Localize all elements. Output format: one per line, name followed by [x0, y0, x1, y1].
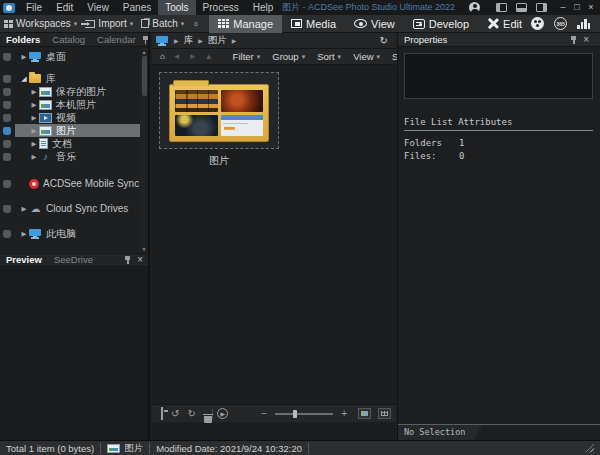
menu-process[interactable]: Process	[196, 0, 246, 15]
tab-calendar[interactable]: Calendar	[91, 33, 142, 47]
menu-help[interactable]: Help	[246, 0, 281, 15]
computer-icon[interactable]	[156, 36, 168, 46]
batch-button[interactable]: Batch ▾	[137, 15, 188, 33]
expand-arrow-icon[interactable]: ▶	[29, 111, 39, 124]
mode-tab-edit[interactable]: Edit	[478, 15, 531, 33]
scrollbar-thumb[interactable]	[142, 56, 147, 96]
toggle-bottom-pane-icon[interactable]	[516, 3, 527, 12]
filmstrip-toggle-icon[interactable]	[358, 408, 371, 419]
breadcrumb-item-pictures[interactable]: 图片	[207, 34, 228, 47]
zoom-slider[interactable]	[275, 413, 333, 415]
tab-catalog[interactable]: Catalog	[46, 33, 91, 47]
toolbar-overflow-icon[interactable]: »	[191, 16, 201, 31]
tree-item-desktop[interactable]: ▶ 桌面	[0, 50, 148, 63]
preview-tab-bar: Preview SeeDrive ×	[0, 253, 148, 267]
pin-icon[interactable]	[570, 36, 577, 44]
view-dropdown[interactable]: View ▾	[348, 51, 385, 62]
close-panel-icon[interactable]: ×	[137, 255, 143, 265]
slideshow-icon[interactable]: ▶	[217, 408, 228, 419]
grid-view-toggle-icon[interactable]	[378, 408, 391, 419]
maximize-button[interactable]: □	[570, 0, 584, 15]
expand-arrow-icon[interactable]: ▶	[29, 124, 39, 137]
tree-item-music[interactable]: ▶ ♪ 音乐	[0, 150, 148, 163]
tree-item-cloud-sync[interactable]: ▶ ☁ Cloud Sync Drives	[0, 202, 148, 215]
menu-panes[interactable]: Panes	[116, 0, 158, 15]
pin-icon[interactable]	[142, 36, 149, 44]
tree-item-label: 此电脑	[46, 227, 76, 240]
expand-arrow-icon[interactable]: ▶	[29, 98, 39, 111]
documents-icon	[39, 138, 48, 149]
expand-arrow-icon[interactable]: ▶	[19, 202, 29, 215]
toggle-left-pane-icon[interactable]	[496, 3, 507, 12]
folder-tile-pictures[interactable]: 图片	[159, 72, 279, 168]
toggle-right-pane-icon[interactable]	[536, 3, 547, 12]
collapse-arrow-icon[interactable]: ◢	[19, 72, 29, 85]
breadcrumb-arrow-icon[interactable]: ▶	[170, 37, 183, 44]
tree-item-videos[interactable]: ▶ 视频	[0, 111, 148, 124]
sort-dropdown[interactable]: Sort ▾	[312, 51, 346, 62]
community-icon[interactable]	[531, 17, 544, 30]
app-window: File Edit View Panes Tools Process Help …	[0, 0, 600, 455]
filter-dropdown[interactable]: Filter ▾	[228, 51, 266, 62]
tree-item-label: 库	[46, 72, 56, 85]
tree-item-this-pc[interactable]: ▶ 此电脑	[0, 227, 148, 240]
mode-tab-develop[interactable]: Develop	[404, 15, 478, 33]
group-dropdown[interactable]: Group ▾	[267, 51, 310, 62]
tab-seedrive[interactable]: SeeDrive	[48, 253, 99, 267]
minimize-button[interactable]: –	[556, 0, 570, 15]
tree-item-documents[interactable]: ▶ 文档	[0, 137, 148, 150]
breadcrumb-arrow-icon[interactable]: ▶	[228, 37, 241, 44]
account-icon[interactable]	[469, 2, 480, 13]
breadcrumb-item-libraries[interactable]: 库	[183, 34, 195, 47]
back-icon[interactable]: ◄	[170, 52, 184, 61]
resize-grip[interactable]	[585, 444, 594, 453]
tree-item-mobile-sync[interactable]: ACDSee Mobile Sync	[0, 177, 148, 190]
image-file-icon	[107, 444, 120, 453]
quick-access-icon	[3, 114, 11, 122]
file-list-view[interactable]: 图片 ↺ ↻ ▶ − +	[152, 66, 396, 422]
mode-tab-view[interactable]: View	[345, 15, 404, 33]
tab-folders[interactable]: Folders	[0, 33, 46, 47]
expand-arrow-icon[interactable]: ▶	[19, 50, 29, 63]
scroll-up-icon[interactable]: ▲	[140, 49, 148, 55]
scroll-down-icon[interactable]: ▼	[140, 246, 148, 252]
menu-tools[interactable]: Tools	[158, 0, 195, 15]
import-button[interactable]: Import ▾	[81, 15, 137, 33]
rotate-right-icon[interactable]: ↻	[183, 408, 199, 419]
menu-edit[interactable]: Edit	[49, 0, 80, 15]
up-icon[interactable]: ▲	[202, 52, 216, 61]
expand-arrow-icon[interactable]: ▶	[29, 85, 39, 98]
home-icon[interactable]: ⌂	[157, 52, 168, 61]
tree-scrollbar[interactable]: ▲ ▼	[140, 48, 148, 253]
mode-tab-manage[interactable]: Manage	[209, 15, 282, 33]
close-panel-icon[interactable]: ×	[583, 35, 589, 45]
file-list-attributes: File List Attributes Folders 1 Files: 0	[404, 117, 593, 163]
image-basket-icon[interactable]	[161, 407, 163, 420]
workspaces-button[interactable]: Workspaces ▾	[0, 15, 81, 33]
mode-tab-media[interactable]: Media	[282, 15, 345, 33]
expand-arrow-icon[interactable]: ▶	[19, 227, 29, 240]
tree-item-camera-roll[interactable]: ▶ 本机照片	[0, 98, 148, 111]
dashboard-chart-icon[interactable]	[577, 18, 590, 29]
tree-item-label: 图片	[56, 124, 76, 137]
rotate-left-icon[interactable]: ↺	[167, 408, 183, 419]
tree-item-saved-pictures[interactable]: ▶ 保存的图片	[0, 85, 148, 98]
attribute-value: 0	[459, 150, 464, 163]
refresh-icon[interactable]: ↻	[380, 35, 392, 46]
expand-arrow-icon[interactable]: ▶	[29, 137, 39, 150]
expand-arrow-icon[interactable]: ▶	[29, 150, 39, 163]
tree-item-libraries[interactable]: ◢ 库	[0, 72, 148, 85]
tab-preview[interactable]: Preview	[0, 253, 48, 267]
breadcrumb-arrow-icon[interactable]: ▶	[194, 37, 207, 44]
tab-no-selection[interactable]: No Selection	[398, 425, 482, 440]
zoom-in-icon[interactable]: +	[337, 408, 351, 419]
zoom-slider-thumb[interactable]	[293, 410, 297, 418]
forward-icon[interactable]: ►	[186, 52, 200, 61]
menu-view[interactable]: View	[80, 0, 116, 15]
close-button[interactable]: ×	[584, 0, 598, 15]
tree-item-pictures-selected[interactable]: ▶ 图片	[0, 124, 148, 137]
pin-icon[interactable]	[124, 256, 131, 264]
menu-file[interactable]: File	[19, 0, 49, 15]
acdsee-365-icon[interactable]: 365	[554, 17, 567, 30]
zoom-out-icon[interactable]: −	[257, 408, 271, 419]
